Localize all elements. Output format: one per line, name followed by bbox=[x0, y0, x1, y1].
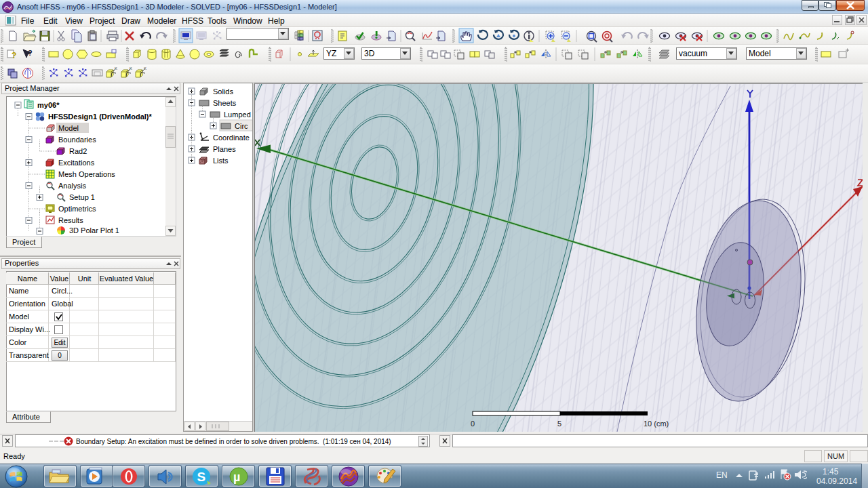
svg-text:Setup 1: Setup 1 bbox=[69, 193, 95, 201]
svg-text:Mesh Operations: Mesh Operations bbox=[58, 170, 115, 178]
svg-text:5: 5 bbox=[557, 420, 561, 428]
svg-text:0: 0 bbox=[471, 420, 475, 428]
svg-text:Lumped: Lumped bbox=[224, 110, 251, 119]
svg-text:K: K bbox=[115, 66, 117, 70]
svg-text:Model: Model bbox=[58, 124, 79, 132]
svg-text:my06*: my06* bbox=[37, 101, 60, 109]
svg-text:3D Polar Plot 1: 3D Polar Plot 1 bbox=[69, 226, 119, 235]
svg-text:K: K bbox=[130, 66, 132, 70]
svg-text:Circ: Circ bbox=[235, 122, 248, 130]
svg-text:Optimetrics: Optimetrics bbox=[58, 205, 96, 213]
svg-text:Planes: Planes bbox=[213, 145, 236, 153]
svg-text:Coordinate: Coordinate bbox=[213, 134, 250, 142]
svg-text:Solids: Solids bbox=[213, 87, 233, 96]
svg-text:Boundaries: Boundaries bbox=[58, 136, 96, 144]
svg-text:K: K bbox=[144, 66, 146, 70]
svg-text:µ: µ bbox=[233, 470, 240, 484]
svg-text:HFSSDesign1 (DrivenModal)*: HFSSDesign1 (DrivenModal)* bbox=[48, 113, 153, 121]
svg-text:Analysis: Analysis bbox=[58, 182, 86, 190]
svg-text:Lists: Lists bbox=[213, 157, 229, 165]
svg-text:Sheets: Sheets bbox=[213, 99, 237, 107]
svg-text:Rad2: Rad2 bbox=[69, 147, 87, 155]
svg-text:10 (cm): 10 (cm) bbox=[644, 420, 669, 428]
svg-text:Results: Results bbox=[58, 216, 83, 224]
svg-text:S: S bbox=[197, 470, 206, 484]
svg-text:Excitations: Excitations bbox=[58, 159, 95, 167]
svg-text:?: ? bbox=[28, 49, 33, 57]
svg-text:?: ? bbox=[12, 51, 16, 60]
